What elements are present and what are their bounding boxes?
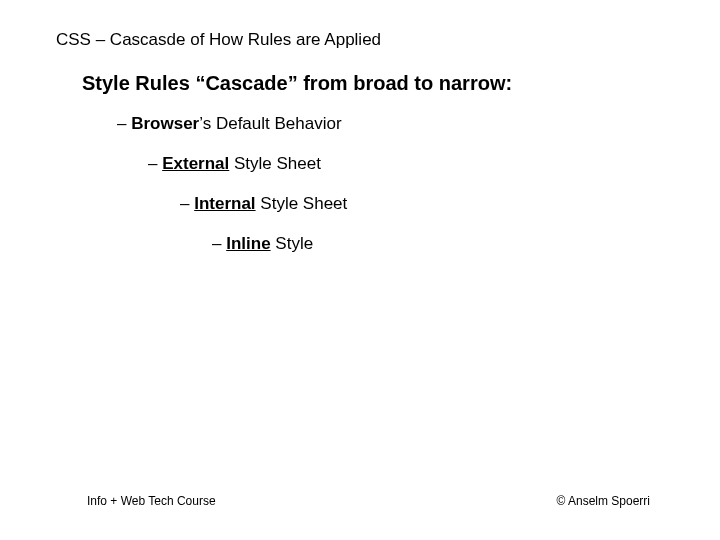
bullet-inline-rest: Style [271,234,314,253]
bullet-inline: – Inline Style [212,234,313,254]
footer-left: Info + Web Tech Course [87,494,216,508]
bullet-internal-rest: Style Sheet [256,194,348,213]
bullet-browser-bold: Browser [131,114,199,133]
bullet-browser-rest: ’s Default Behavior [199,114,341,133]
bullet-external: – External Style Sheet [148,154,321,174]
dash: – [148,154,162,173]
dash: – [117,114,131,133]
slide-title: CSS – Cascasde of How Rules are Applied [56,30,381,50]
slide-heading: Style Rules “Cascade” from broad to narr… [82,72,512,95]
dash: – [180,194,194,213]
bullet-internal: – Internal Style Sheet [180,194,347,214]
slide: CSS – Cascasde of How Rules are Applied … [0,0,720,540]
bullet-internal-bold: Internal [194,194,255,213]
bullet-browser: – Browser’s Default Behavior [117,114,342,134]
bullet-external-bold: External [162,154,229,173]
bullet-inline-bold: Inline [226,234,270,253]
footer-right: © Anselm Spoerri [556,494,650,508]
bullet-external-rest: Style Sheet [229,154,321,173]
dash: – [212,234,226,253]
